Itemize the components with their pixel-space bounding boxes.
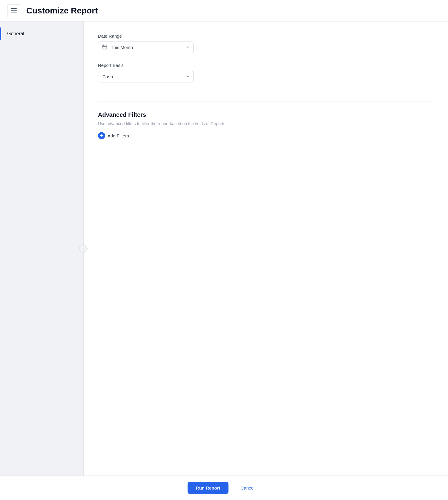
cancel-button[interactable]: Cancel (234, 482, 260, 494)
section-divider (98, 102, 434, 102)
add-filters-button[interactable]: + Add Filters (98, 132, 129, 139)
sidebar-nav: General (0, 22, 83, 46)
report-basis-wrapper: Cash Accrual (98, 71, 194, 82)
date-range-wrapper: This Month Last Month This Quarter Last … (98, 42, 194, 53)
report-basis-section: Report Basis Cash Accrual (98, 63, 434, 82)
add-filters-plus-icon: + (98, 132, 105, 139)
main-layout: General ‹ Date Range This M (0, 22, 448, 476)
sidebar-collapse-button[interactable]: ‹ (79, 244, 88, 253)
content-area: Date Range This Month Last Month This Qu… (84, 22, 448, 476)
page-title: Customize Report (26, 6, 98, 16)
date-range-label: Date Range (98, 33, 434, 39)
sidebar-item-general[interactable]: General (0, 27, 83, 40)
hamburger-line-2 (11, 10, 17, 11)
chevron-left-icon: ‹ (83, 246, 84, 251)
sidebar: General ‹ (0, 22, 84, 476)
menu-button[interactable] (7, 4, 20, 17)
date-range-select[interactable]: This Month Last Month This Quarter Last … (98, 42, 194, 53)
advanced-filters-title: Advanced Filters (98, 111, 434, 118)
add-filters-label: Add Filters (108, 133, 129, 138)
date-range-section: Date Range This Month Last Month This Qu… (98, 33, 434, 53)
advanced-filters-section: Advanced Filters Use advanced filters to… (98, 111, 434, 139)
run-report-button[interactable]: Run Report (188, 482, 229, 494)
footer: Run Report Cancel (0, 476, 448, 500)
advanced-filters-description: Use advanced filters to filter the repor… (98, 121, 434, 126)
hamburger-line-3 (11, 13, 17, 13)
report-basis-label: Report Basis (98, 63, 434, 68)
report-basis-select[interactable]: Cash Accrual (98, 71, 194, 82)
header: Customize Report (0, 0, 448, 22)
sidebar-item-label: General (7, 31, 24, 36)
hamburger-line-1 (11, 8, 17, 9)
